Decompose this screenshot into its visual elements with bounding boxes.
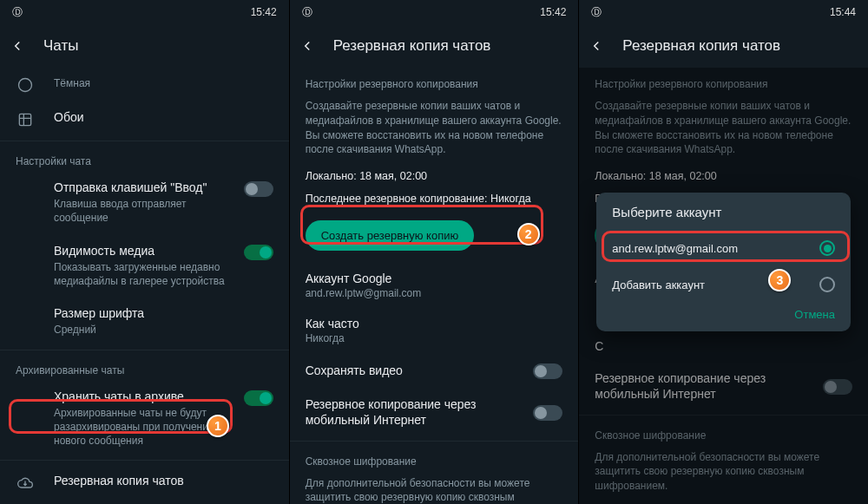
row-media-visibility[interactable]: Видимость медиа Показывать загруженные н… [0,234,289,298]
screen-chats: Ⓓ 15:42 Чаты Тёмная Обои Настройки чата … [0,0,289,504]
toggle-enter-send[interactable] [244,181,273,197]
cloud-icon [16,473,35,492]
back-icon[interactable] [299,37,316,55]
section-e2e: Сквозное шифрование [290,445,579,471]
back-icon[interactable] [9,37,26,55]
page-title: Резервная копия чатов [333,37,491,55]
page-title: Чаты [43,37,78,55]
backup-description: Создавайте резервные копии ваших чатов и… [290,94,579,162]
row-transfer[interactable]: Перенос чатов [0,501,289,504]
wallpaper-icon [16,109,35,128]
toggle-cellular[interactable] [533,405,562,421]
screen-backup: Ⓓ 15:42 Резервная копия чатов Настройки … [290,0,579,504]
row-font-size[interactable]: Размер шрифта Средний [0,297,289,345]
screen-dialog: Ⓓ 15:44 Резервная копия чатов Настройки … [579,0,868,504]
row-wallpaper[interactable]: Обои [0,101,289,137]
status-bar: Ⓓ 15:42 [290,0,579,24]
status-time: 15:42 [540,6,566,18]
row-backup[interactable]: Резервная копия чатов [0,464,289,501]
theme-icon [16,75,35,94]
toggle-media-visibility[interactable] [244,245,273,260]
row-enter-send[interactable]: Отправка клавишей "Ввод" Клавиша ввода о… [0,171,289,234]
status-time: 15:42 [251,6,277,18]
header: Резервная копия чатов [290,24,579,68]
header: Чаты [0,24,289,68]
section-backup-settings: Настройки резервного копирования [290,68,579,94]
back-icon[interactable] [588,37,605,55]
svg-rect-1 [19,114,30,125]
svg-point-0 [19,79,32,92]
badge-2: 2 [517,223,540,245]
account-option[interactable]: and.rew.lptw@gmail.com [596,230,851,266]
status-time: 15:44 [830,6,856,18]
last-backup-info: Последнее резервное копирование: Никогда [290,190,579,213]
e2e-description: Для дополнительной безопасности вы может… [290,471,579,504]
row-frequency[interactable]: Как часто Никогда [290,308,579,353]
toggle-save-video[interactable] [533,363,562,379]
create-backup-button[interactable]: Создать резервную копию [306,220,475,251]
section-archive: Архивированные чаты [0,354,289,380]
dialog-title: Выберите аккаунт [596,205,851,230]
add-account-option[interactable]: Добавить аккаунт [596,266,851,303]
status-bar: Ⓓ 15:44 [579,0,868,24]
header: Резервная копия чатов [579,24,868,68]
badge-1: 1 [207,415,229,437]
cancel-button[interactable]: Отмена [794,308,835,321]
carrier-icon: Ⓓ [12,5,23,20]
toggle-keep-archived[interactable] [244,390,273,406]
radio-unselected-icon [819,277,835,292]
status-bar: Ⓓ 15:42 [0,0,289,24]
carrier-icon: Ⓓ [591,5,602,20]
radio-selected-icon [819,240,835,256]
page-title: Резервная копия чатов [622,37,780,55]
row-save-video[interactable]: Сохранять видео [290,353,579,388]
row-cellular-backup[interactable]: Резервное копирование через мобильный Ин… [290,388,579,436]
row-google-account[interactable]: Аккаунт Google and.rew.lptw@gmail.com [290,263,579,308]
local-info: Локально: 18 мая, 02:00 [290,162,579,190]
row-theme[interactable]: Тёмная [0,68,289,101]
account-picker-dialog: Выберите аккаунт and.rew.lptw@gmail.com … [596,193,851,331]
row-keep-archived[interactable]: Хранить чаты в архиве Архивированные чат… [0,380,289,457]
section-chat-settings: Настройки чата [0,145,289,171]
carrier-icon: Ⓓ [302,5,312,20]
